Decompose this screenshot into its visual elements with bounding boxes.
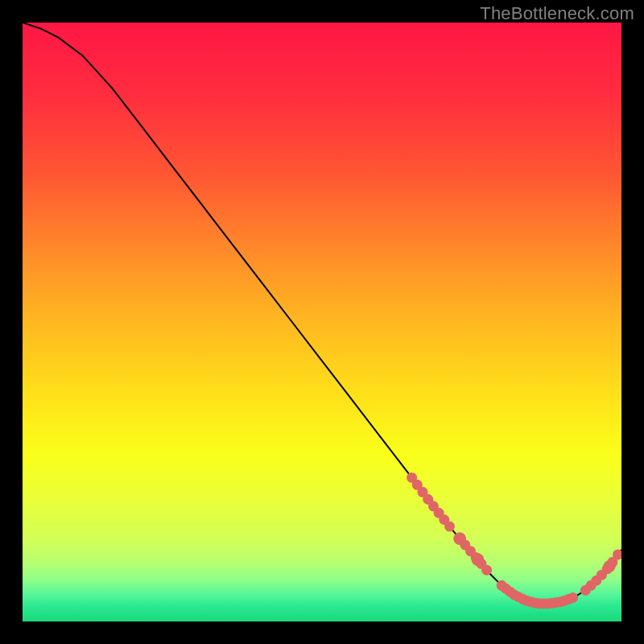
chart-marker: [568, 592, 578, 603]
chart-marker: [472, 553, 485, 566]
chart-curve: [23, 23, 621, 621]
watermark-text: TheBottleneck.com: [480, 3, 634, 24]
chart-plot-area: [23, 23, 621, 621]
chart-marker: [481, 565, 492, 576]
chart-marker: [604, 560, 616, 572]
chart-marker: [444, 521, 455, 531]
chart-marker: [453, 532, 466, 545]
